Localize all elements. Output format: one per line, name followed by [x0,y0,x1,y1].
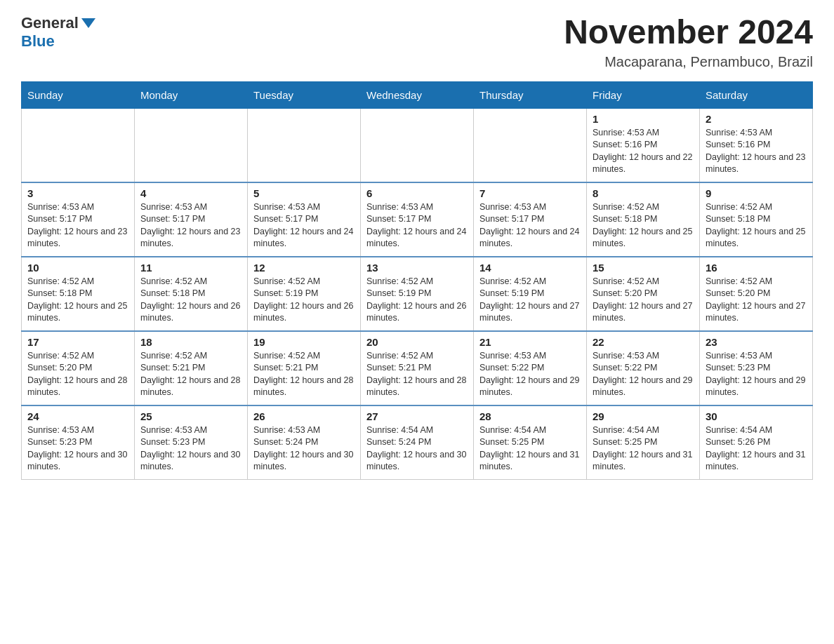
calendar-cell: 3Sunrise: 4:53 AMSunset: 5:17 PMDaylight… [22,182,135,257]
day-number: 4 [140,187,241,199]
calendar-cell: 22Sunrise: 4:53 AMSunset: 5:22 PMDayligh… [587,331,700,405]
day-info: Sunrise: 4:53 AMSunset: 5:17 PMDaylight:… [479,201,581,250]
calendar-cell: 4Sunrise: 4:53 AMSunset: 5:17 PMDaylight… [135,182,248,257]
calendar-cell: 1Sunrise: 4:53 AMSunset: 5:16 PMDaylight… [587,108,700,182]
day-number: 30 [706,410,807,422]
day-info: Sunrise: 4:53 AMSunset: 5:23 PMDaylight:… [27,424,128,474]
calendar-cell: 27Sunrise: 4:54 AMSunset: 5:24 PMDayligh… [361,405,474,480]
logo-blue-text: Blue [21,32,55,51]
weekday-header-saturday: Saturday [700,81,813,108]
day-number: 18 [140,336,241,348]
day-number: 22 [593,336,694,348]
day-number: 5 [253,187,355,199]
calendar-week-row: 17Sunrise: 4:52 AMSunset: 5:20 PMDayligh… [22,331,813,405]
logo: General Blue [21,14,95,51]
day-number: 27 [366,410,468,422]
day-info: Sunrise: 4:53 AMSunset: 5:22 PMDaylight:… [593,350,694,399]
day-number: 24 [27,410,128,422]
day-number: 2 [706,113,807,125]
location: Macaparana, Pernambuco, Brazil [564,54,813,70]
calendar-cell: 21Sunrise: 4:53 AMSunset: 5:22 PMDayligh… [474,331,587,405]
day-info: Sunrise: 4:52 AMSunset: 5:18 PMDaylight:… [140,276,241,325]
day-info: Sunrise: 4:53 AMSunset: 5:24 PMDaylight:… [253,424,355,474]
day-info: Sunrise: 4:53 AMSunset: 5:23 PMDaylight:… [140,424,241,474]
calendar-cell [135,108,248,182]
day-info: Sunrise: 4:52 AMSunset: 5:21 PMDaylight:… [140,350,241,399]
day-number: 29 [593,410,694,422]
weekday-header-row: SundayMondayTuesdayWednesdayThursdayFrid… [22,81,813,108]
calendar-cell [22,108,135,182]
day-info: Sunrise: 4:52 AMSunset: 5:18 PMDaylight:… [27,276,128,325]
day-info: Sunrise: 4:52 AMSunset: 5:19 PMDaylight:… [479,276,581,325]
weekday-header-tuesday: Tuesday [248,81,361,108]
day-info: Sunrise: 4:52 AMSunset: 5:20 PMDaylight:… [706,276,807,325]
page-header: General Blue November 2024 Macaparana, P… [21,14,813,70]
day-number: 7 [479,187,581,199]
day-info: Sunrise: 4:53 AMSunset: 5:17 PMDaylight:… [140,201,241,250]
calendar-cell: 18Sunrise: 4:52 AMSunset: 5:21 PMDayligh… [135,331,248,405]
calendar-cell: 6Sunrise: 4:53 AMSunset: 5:17 PMDaylight… [361,182,474,257]
day-info: Sunrise: 4:53 AMSunset: 5:16 PMDaylight:… [706,127,807,176]
calendar-cell: 13Sunrise: 4:52 AMSunset: 5:19 PMDayligh… [361,257,474,331]
day-info: Sunrise: 4:52 AMSunset: 5:20 PMDaylight:… [593,276,694,325]
calendar-cell: 15Sunrise: 4:52 AMSunset: 5:20 PMDayligh… [587,257,700,331]
calendar-cell [248,108,361,182]
day-info: Sunrise: 4:54 AMSunset: 5:24 PMDaylight:… [366,424,468,474]
day-info: Sunrise: 4:53 AMSunset: 5:23 PMDaylight:… [706,350,807,399]
day-number: 13 [366,262,468,274]
weekday-header-monday: Monday [135,81,248,108]
day-number: 10 [27,262,128,274]
calendar-cell: 9Sunrise: 4:52 AMSunset: 5:18 PMDaylight… [700,182,813,257]
day-info: Sunrise: 4:53 AMSunset: 5:16 PMDaylight:… [593,127,694,176]
day-number: 15 [593,262,694,274]
calendar-cell: 30Sunrise: 4:54 AMSunset: 5:26 PMDayligh… [700,405,813,480]
day-number: 23 [706,336,807,348]
day-info: Sunrise: 4:52 AMSunset: 5:21 PMDaylight:… [366,350,468,399]
calendar-cell: 2Sunrise: 4:53 AMSunset: 5:16 PMDaylight… [700,108,813,182]
calendar-week-row: 3Sunrise: 4:53 AMSunset: 5:17 PMDaylight… [22,182,813,257]
calendar-cell: 29Sunrise: 4:54 AMSunset: 5:25 PMDayligh… [587,405,700,480]
day-number: 14 [479,262,581,274]
day-number: 6 [366,187,468,199]
calendar-week-row: 10Sunrise: 4:52 AMSunset: 5:18 PMDayligh… [22,257,813,331]
day-number: 17 [27,336,128,348]
calendar-cell: 16Sunrise: 4:52 AMSunset: 5:20 PMDayligh… [700,257,813,331]
calendar-cell: 11Sunrise: 4:52 AMSunset: 5:18 PMDayligh… [135,257,248,331]
day-info: Sunrise: 4:52 AMSunset: 5:21 PMDaylight:… [253,350,355,399]
day-number: 26 [253,410,355,422]
calendar-cell: 28Sunrise: 4:54 AMSunset: 5:25 PMDayligh… [474,405,587,480]
calendar-cell [474,108,587,182]
day-number: 11 [140,262,241,274]
calendar-cell: 10Sunrise: 4:52 AMSunset: 5:18 PMDayligh… [22,257,135,331]
day-info: Sunrise: 4:54 AMSunset: 5:25 PMDaylight:… [479,424,581,474]
day-info: Sunrise: 4:53 AMSunset: 5:17 PMDaylight:… [253,201,355,250]
day-number: 25 [140,410,241,422]
weekday-header-friday: Friday [587,81,700,108]
calendar-cell: 23Sunrise: 4:53 AMSunset: 5:23 PMDayligh… [700,331,813,405]
month-title: November 2024 [564,14,813,51]
calendar-week-row: 24Sunrise: 4:53 AMSunset: 5:23 PMDayligh… [22,405,813,480]
day-number: 19 [253,336,355,348]
day-info: Sunrise: 4:52 AMSunset: 5:18 PMDaylight:… [706,201,807,250]
calendar-cell: 12Sunrise: 4:52 AMSunset: 5:19 PMDayligh… [248,257,361,331]
calendar-week-row: 1Sunrise: 4:53 AMSunset: 5:16 PMDaylight… [22,108,813,182]
day-info: Sunrise: 4:52 AMSunset: 5:19 PMDaylight:… [366,276,468,325]
day-number: 16 [706,262,807,274]
day-number: 28 [479,410,581,422]
calendar-cell: 7Sunrise: 4:53 AMSunset: 5:17 PMDaylight… [474,182,587,257]
weekday-header-wednesday: Wednesday [361,81,474,108]
calendar-cell: 19Sunrise: 4:52 AMSunset: 5:21 PMDayligh… [248,331,361,405]
calendar-cell: 25Sunrise: 4:53 AMSunset: 5:23 PMDayligh… [135,405,248,480]
title-section: November 2024 Macaparana, Pernambuco, Br… [564,14,813,70]
logo-general-text: General [21,14,79,32]
day-info: Sunrise: 4:52 AMSunset: 5:18 PMDaylight:… [593,201,694,250]
weekday-header-sunday: Sunday [22,81,135,108]
day-info: Sunrise: 4:54 AMSunset: 5:26 PMDaylight:… [706,424,807,474]
calendar-cell [361,108,474,182]
day-info: Sunrise: 4:53 AMSunset: 5:17 PMDaylight:… [27,201,128,250]
day-number: 12 [253,262,355,274]
weekday-header-thursday: Thursday [474,81,587,108]
day-number: 8 [593,187,694,199]
day-info: Sunrise: 4:53 AMSunset: 5:17 PMDaylight:… [366,201,468,250]
day-number: 1 [593,113,694,125]
